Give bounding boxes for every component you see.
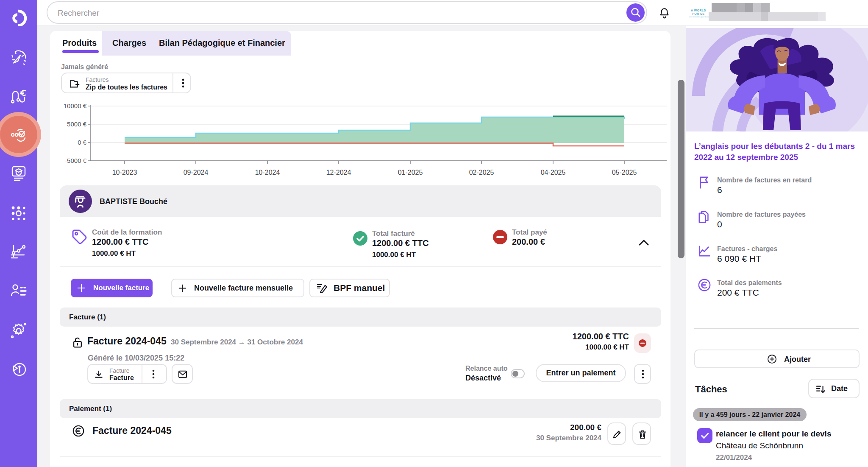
svg-text:04-2025: 04-2025 [541, 169, 566, 176]
svg-text:10000 €: 10000 € [64, 102, 87, 109]
svg-text:-5000 €: -5000 € [65, 157, 87, 164]
svg-text:5000 €: 5000 € [67, 120, 87, 128]
svg-text:01-2025: 01-2025 [398, 169, 423, 176]
svg-text:02-2025: 02-2025 [469, 169, 494, 176]
svg-text:09-2024: 09-2024 [184, 169, 209, 176]
svg-text:05-2025: 05-2025 [612, 169, 637, 176]
svg-text:12-2024: 12-2024 [326, 169, 351, 176]
svg-text:0 €: 0 € [78, 139, 87, 146]
svg-text:10-2023: 10-2023 [112, 169, 137, 176]
svg-text:10-2024: 10-2024 [255, 169, 280, 176]
